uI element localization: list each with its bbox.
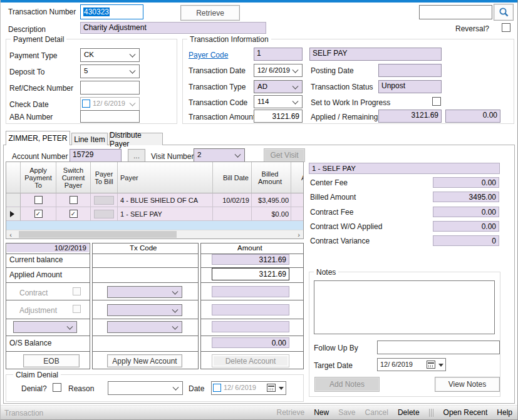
dropdown-arrow-icon	[438, 364, 443, 367]
statusbar-cancel[interactable]: Cancel	[365, 408, 388, 417]
payment-type-dropdown[interactable]: CK	[80, 48, 140, 62]
payment-type-value: CK	[84, 51, 94, 58]
visit-number-dropdown[interactable]: 2	[194, 148, 245, 162]
contract-fee-value: 0.00	[433, 207, 499, 217]
notes-textarea[interactable]	[314, 280, 495, 334]
adjustment-txcode-dropdown[interactable]	[107, 304, 182, 316]
calendar-icon	[267, 384, 276, 392]
chevron-down-icon	[172, 323, 179, 329]
col-partial: A	[291, 162, 304, 193]
transaction-date-value: 12/ 6/2019	[257, 66, 290, 74]
extra-amount-field	[212, 321, 289, 332]
scrollbar-thumb[interactable]	[19, 231, 177, 238]
transaction-number-input[interactable]: 430323	[80, 4, 143, 19]
payer-row-self-pay[interactable]: ✓ ✓ 1 - SELF PAY $0.00	[6, 207, 303, 221]
switch-payer-checkbox[interactable]	[70, 196, 78, 204]
transaction-number-value: 430323	[83, 8, 110, 16]
deposit-to-label: Deposit To	[9, 68, 44, 76]
get-visit-button[interactable]: Get Visit	[264, 148, 305, 162]
chevron-down-icon	[172, 288, 179, 294]
work-in-progress-checkbox[interactable]	[432, 97, 441, 106]
statusbar-help[interactable]: Help	[497, 408, 512, 417]
applied-amount-input[interactable]	[212, 268, 289, 280]
status-bar: Transaction Retrieve New Save Cancel Del…	[1, 405, 517, 419]
reversal-checkbox[interactable]	[502, 23, 510, 32]
account-browse-button[interactable]: ...	[128, 149, 145, 162]
retrieve-button[interactable]: Retrieve	[180, 5, 240, 21]
chevron-down-icon	[293, 83, 299, 89]
aba-number-input[interactable]	[80, 110, 140, 123]
col-bill-date: Bill Date	[213, 162, 252, 193]
billed-amount-label: Billed Amount	[310, 193, 356, 202]
os-balance-value: 0.00	[212, 337, 289, 348]
posting-date-label: Posting Date	[311, 66, 354, 75]
payment-detail-title: Payment Detail	[11, 35, 66, 44]
transaction-date-dropdown[interactable]: 12/ 6/2019	[254, 64, 303, 77]
transaction-amount-label: Transaction Amount	[189, 113, 255, 121]
target-date-picker[interactable]: 12/ 6/2019	[377, 358, 446, 371]
transaction-date-label: Transaction Date	[189, 66, 246, 75]
bill-date-cell	[213, 207, 252, 221]
denial-date-picker[interactable]: 12/ 6/2019	[211, 381, 286, 395]
window-top-accent	[1, 0, 517, 3]
scroll-left-icon[interactable]: ‹	[6, 230, 15, 238]
check-date-picker[interactable]: 12/ 6/2019	[80, 97, 140, 111]
transaction-type-label: Transaction Type	[189, 83, 246, 91]
payer-row-blue-shield[interactable]: 4 - BLUE SHIELD OF CA 10/02/19 $3,495.00	[6, 193, 303, 207]
delete-account-button[interactable]: Delete Account	[212, 354, 289, 367]
follow-up-by-label: Follow Up By	[314, 344, 358, 352]
bill-date-cell: 10/02/19	[213, 193, 252, 207]
chevron-down-icon	[130, 100, 136, 106]
extra-type-dropdown[interactable]	[13, 321, 77, 333]
follow-up-by-input[interactable]	[377, 341, 500, 354]
ref-check-number-label: Ref/Check Number	[9, 84, 73, 93]
transaction-type-dropdown[interactable]: AD	[254, 80, 303, 93]
visit-number-value: 2	[197, 151, 201, 158]
statusbar-save[interactable]: Save	[338, 408, 355, 417]
tab-distribute-payer[interactable]: Distribute Payer	[109, 133, 163, 145]
payer-code-link[interactable]: Payer Code	[189, 51, 228, 59]
transaction-code-dropdown[interactable]: 114	[254, 95, 303, 108]
ref-check-number-input[interactable]	[80, 81, 140, 95]
apply-payment-checkbox[interactable]	[34, 196, 43, 204]
add-notes-button[interactable]: Add Notes	[314, 377, 380, 392]
statusbar-delete[interactable]: Delete	[398, 408, 420, 417]
tab-patient[interactable]: ZIMMER, PETER	[6, 131, 70, 145]
statusbar-open-recent[interactable]: Open Recent	[443, 408, 488, 417]
apply-new-account-button[interactable]: Apply New Account	[107, 354, 182, 367]
partial-cell	[291, 207, 304, 221]
adjustment-checkbox[interactable]	[73, 305, 81, 313]
statusbar-retrieve[interactable]: Retrieve	[276, 408, 304, 417]
contract-wo-applied-value: 0.00	[433, 221, 499, 232]
denial-checkbox[interactable]	[53, 383, 61, 392]
denial-date-checkbox[interactable]	[213, 384, 221, 392]
check-date-checkbox[interactable]	[82, 100, 90, 108]
transaction-window: Transaction Number 430323 Retrieve Descr…	[0, 0, 518, 420]
deposit-to-dropdown[interactable]: 5	[80, 64, 140, 78]
extra-txcode-dropdown[interactable]	[107, 321, 182, 333]
contract-txcode-dropdown[interactable]	[107, 286, 182, 298]
eob-button[interactable]: EOB	[23, 354, 80, 367]
applied-amount-label: Applied Amount	[9, 270, 62, 279]
scroll-right-icon[interactable]: ›	[294, 230, 303, 238]
payer-grid[interactable]: Apply Payment To Switch Current Payer Pa…	[6, 161, 304, 239]
chevron-down-icon	[235, 151, 241, 158]
apply-payment-checkbox[interactable]: ✓	[34, 210, 43, 218]
claim-denial-title: Claim Denial	[13, 371, 61, 379]
search-input[interactable]	[419, 5, 492, 19]
remaining-amount-value: 0.00	[445, 110, 500, 123]
switch-payer-checkbox[interactable]: ✓	[70, 210, 78, 218]
contract-checkbox[interactable]	[73, 287, 81, 295]
view-notes-button[interactable]: View Notes	[435, 377, 500, 392]
transaction-amount-input[interactable]	[254, 110, 303, 123]
adjustment-amount-field	[212, 304, 289, 315]
transaction-code-value: 114	[257, 98, 269, 105]
tab-line-item[interactable]: Line Item	[71, 133, 108, 145]
reason-label: Reason	[68, 384, 94, 393]
statusbar-new[interactable]: New	[314, 408, 329, 417]
transaction-code-label: Transaction Code	[189, 98, 247, 107]
denial-reason-dropdown[interactable]	[108, 381, 183, 395]
search-button[interactable]	[494, 4, 514, 21]
horizontal-scrollbar[interactable]: ‹ ›	[6, 230, 303, 238]
payer-to-bill-cell	[94, 196, 114, 205]
